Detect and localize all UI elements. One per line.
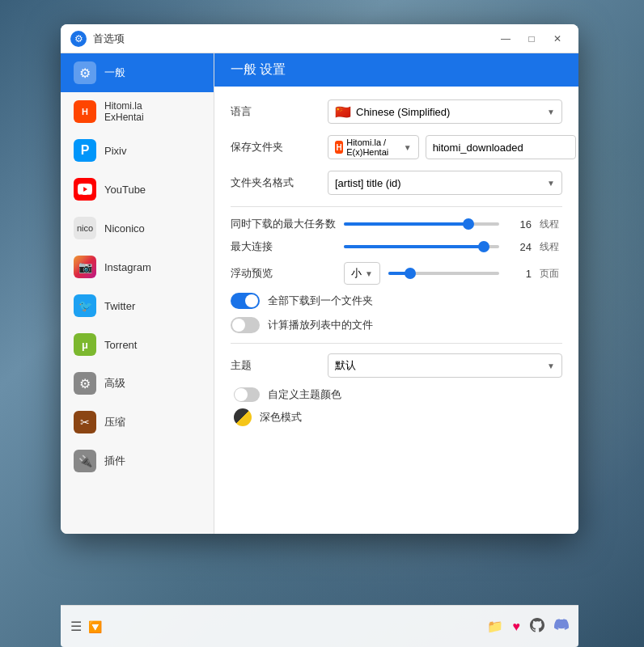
preview-size-value: 小 [351, 266, 362, 281]
sidebar-label-niconico: Niconico [104, 222, 145, 235]
hitomi-icon: H [74, 100, 96, 123]
pixiv-icon: P [74, 139, 96, 162]
taskbar-right: 📁 ♥ [487, 617, 570, 636]
all-folder-toggle[interactable] [231, 293, 260, 309]
folder-site-icon: H [335, 141, 343, 154]
plugin-icon: 🔌 [74, 450, 96, 472]
folder-site-select[interactable]: H Hitomi.la / E(x)Hentai ▼ [328, 135, 419, 159]
maximize-button[interactable]: □ [520, 31, 543, 47]
preview-slider[interactable] [388, 272, 499, 275]
folder-format-label: 文件夹名格式 [231, 175, 320, 190]
concurrent-value: 16 [507, 218, 532, 230]
github-icon[interactable] [530, 618, 544, 636]
theme-value: 默认 [335, 358, 356, 373]
folder-format-chevron: ▼ [547, 179, 555, 188]
sidebar: ⚙ 一般 H Hitomi.la ExHentai P Pixiv YouTub… [61, 53, 214, 534]
folder-format-value: [artist] title (id) [335, 177, 401, 189]
sidebar-item-compress[interactable]: ✂ 压缩 [61, 403, 214, 442]
sidebar-label-pixiv: Pixiv [104, 145, 126, 157]
toggle-all-folder-row: 全部下载到一个文件夹 [231, 293, 562, 309]
max-conn-value: 24 [507, 241, 532, 253]
torrent-icon: μ [74, 333, 96, 356]
sidebar-label-instagram: Instagram [104, 261, 151, 273]
preview-row: 浮动预览 小 ▼ 1 页面 [231, 262, 562, 285]
chevron-down-icon: ▼ [547, 108, 555, 116]
language-select[interactable]: 🇨🇳 Chinese (Simplified) ▼ [328, 99, 562, 124]
toggle-playlist-row: 计算播放列表中的文件 [231, 317, 562, 333]
theme-chevron: ▼ [547, 362, 555, 370]
max-conn-row: 最大连接 24 线程 [231, 239, 562, 254]
preview-value: 1 [507, 268, 532, 280]
sidebar-item-advanced[interactable]: ⚙ 高级 [61, 364, 214, 403]
custom-theme-row: 自定义主题颜色 [231, 387, 562, 402]
max-conn-label: 最大连接 [231, 239, 336, 254]
content-header: 一般 设置 [214, 53, 578, 87]
playlist-toggle[interactable] [231, 317, 260, 333]
filter-icon[interactable]: ☰ [70, 619, 82, 634]
dark-mode-icon [234, 408, 252, 426]
discord-icon[interactable] [554, 617, 569, 636]
youtube-icon [74, 178, 96, 201]
sidebar-item-plugin[interactable]: 🔌 插件 [61, 442, 214, 480]
language-value: Chinese (Simplified) [356, 106, 450, 118]
advanced-icon: ⚙ [74, 372, 96, 395]
preview-label: 浮动预览 [231, 266, 336, 281]
flag-icon: 🇨🇳 [335, 104, 351, 120]
folder-format-select[interactable]: [artist] title (id) ▼ [328, 171, 562, 195]
sidebar-label-twitter: Twitter [104, 300, 135, 312]
folder-site-value: Hitomi.la / E(x)Hentai [346, 137, 400, 157]
niconico-icon: nico [74, 217, 96, 239]
filter-funnel-icon[interactable]: 🔽 [88, 620, 102, 633]
main-content: 一般 设置 语言 🇨🇳 Chinese (Simplified) ▼ [214, 53, 578, 534]
dark-mode-label: 深色模式 [260, 410, 302, 425]
concurrent-row: 同时下载的最大任务数 16 线程 [231, 217, 562, 231]
sidebar-item-torrent[interactable]: μ Torrent [61, 325, 214, 364]
twitter-icon: 🐦 [74, 294, 96, 317]
minimize-button[interactable]: — [494, 31, 517, 47]
max-conn-unit: 线程 [540, 240, 562, 254]
sidebar-item-pixiv[interactable]: P Pixiv [61, 131, 214, 170]
instagram-icon: 📷 [74, 256, 96, 278]
sidebar-item-niconico[interactable]: nico Niconico [61, 209, 214, 247]
open-folder-icon[interactable]: 📁 [487, 619, 503, 634]
window-title: 首选项 [93, 32, 494, 46]
sidebar-item-general[interactable]: ⚙ 一般 [61, 53, 214, 92]
sidebar-label-torrent: Torrent [104, 339, 137, 351]
sidebar-item-twitter[interactable]: 🐦 Twitter [61, 286, 214, 325]
taskbar: ☰ 🔽 📁 ♥ [61, 605, 578, 647]
close-button[interactable]: ✕ [546, 31, 569, 47]
max-conn-slider[interactable] [344, 245, 499, 248]
compress-icon: ✂ [74, 411, 96, 433]
sidebar-label-advanced: 高级 [104, 376, 125, 391]
custom-theme-toggle[interactable] [234, 387, 260, 402]
preferences-window: ⚙ 首选项 — □ ✕ ⚙ 一般 H Hitomi.la ExHentai P … [61, 24, 578, 534]
toggle2-label: 计算播放列表中的文件 [268, 318, 373, 332]
language-row: 语言 🇨🇳 Chinese (Simplified) ▼ [231, 99, 562, 124]
sidebar-label-general: 一般 [104, 66, 125, 80]
preview-unit: 页面 [540, 267, 562, 281]
gear-icon: ⚙ [74, 61, 96, 84]
sidebar-label-plugin: 插件 [104, 454, 125, 468]
folder-format-row: 文件夹名格式 [artist] title (id) ▼ [231, 171, 562, 195]
window-body: ⚙ 一般 H Hitomi.la ExHentai P Pixiv YouTub… [61, 53, 578, 534]
theme-label: 主题 [231, 358, 320, 373]
sidebar-item-youtube[interactable]: YouTube [61, 170, 214, 209]
heart-icon[interactable]: ♥ [513, 620, 521, 634]
save-folder-row: 保存文件夹 H Hitomi.la / E(x)Hentai ▼ 📁 [231, 135, 562, 159]
divider-2 [231, 343, 562, 344]
theme-row: 主题 默认 ▼ [231, 353, 562, 378]
concurrent-slider[interactable] [344, 222, 499, 226]
content-body: 语言 🇨🇳 Chinese (Simplified) ▼ 保存文件夹 [214, 87, 578, 534]
sidebar-item-instagram[interactable]: 📷 Instagram [61, 247, 214, 286]
concurrent-unit: 线程 [540, 218, 562, 231]
preview-size-chevron: ▼ [365, 269, 373, 278]
custom-theme-label: 自定义主题颜色 [268, 387, 341, 402]
dark-mode-row: 深色模式 [231, 408, 562, 426]
preview-size-select[interactable]: 小 ▼ [344, 262, 380, 285]
folder-path-input[interactable] [426, 135, 576, 159]
sidebar-item-hitomi[interactable]: H Hitomi.la ExHentai [61, 92, 214, 131]
concurrent-label: 同时下载的最大任务数 [231, 217, 336, 231]
theme-select[interactable]: 默认 ▼ [328, 353, 562, 378]
title-bar: ⚙ 首选项 — □ ✕ [61, 24, 578, 53]
sidebar-label-compress: 压缩 [104, 415, 125, 429]
